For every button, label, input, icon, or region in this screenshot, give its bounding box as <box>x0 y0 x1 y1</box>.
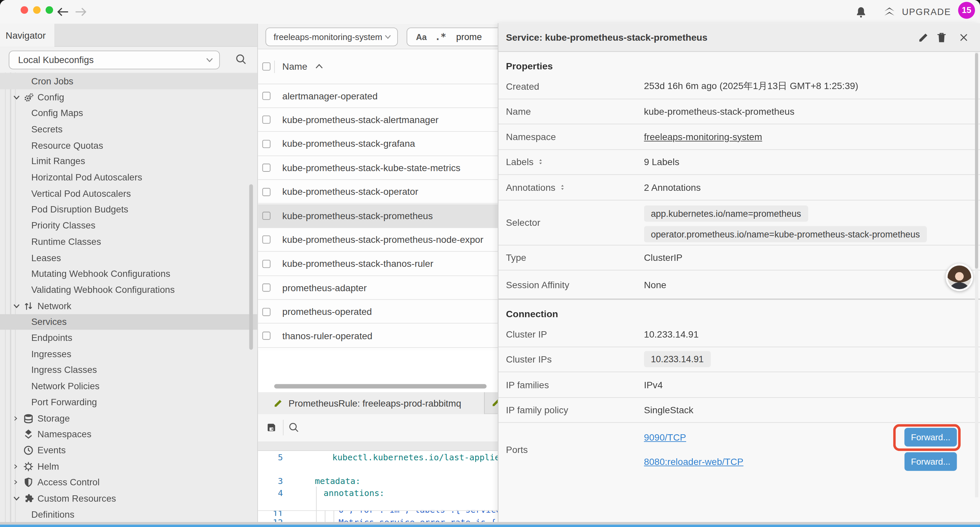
editor-tab-prometheusrule[interactable]: PrometheusRule: freeleaps-prod-rabbitmq <box>258 392 485 414</box>
row-checkbox[interactable] <box>262 236 270 244</box>
filter-input[interactable]: Aa .* prome <box>407 27 498 46</box>
sidebar-item-mutating-webhook-configurations[interactable]: Mutating Webhook Configurations <box>0 266 257 282</box>
sidebar-item-access-control[interactable]: Access Control <box>0 474 257 490</box>
sidebar-item-events[interactable]: Events <box>0 442 257 458</box>
sidebar-item-endpoints[interactable]: Endpoints <box>0 330 257 346</box>
row-checkbox[interactable] <box>262 331 270 339</box>
sidebar-item-services[interactable]: Services <box>0 314 257 330</box>
match-case-icon[interactable]: Aa <box>416 32 426 41</box>
detail-scrollbar[interactable] <box>975 53 978 269</box>
traffic-light-minimize-icon[interactable] <box>33 6 40 14</box>
row-checkbox[interactable] <box>262 307 270 315</box>
sidebar-item-priority-classes[interactable]: Priority Classes <box>0 218 257 234</box>
tab-navigator[interactable]: Navigator <box>0 24 54 47</box>
filter-query: prome <box>456 32 482 42</box>
notifications-count-badge[interactable]: 15 <box>958 2 975 19</box>
table-row-kube-prometheus-stack-prometheus[interactable]: kube-prometheus-stack-prometheus <box>258 204 498 228</box>
table-row-kube-prometheus-stack-prometheus-node-expor[interactable]: kube-prometheus-stack-prometheus-node-ex… <box>258 228 498 252</box>
sidebar-item-ingress-classes[interactable]: Ingress Classes <box>0 362 257 378</box>
avatar[interactable] <box>946 263 973 291</box>
row-checkbox[interactable] <box>262 140 270 148</box>
traffic-light-zoom-icon[interactable] <box>46 6 53 14</box>
sidebar-item-definitions[interactable]: Definitions <box>0 506 257 522</box>
sidebar-item-pod-disruption-budgets[interactable]: Pod Disruption Budgets <box>0 201 257 218</box>
regex-icon[interactable]: .* <box>435 31 446 43</box>
sidebar-item-limit-ranges[interactable]: Limit Ranges <box>0 153 257 169</box>
chevron-down-icon[interactable] <box>13 495 20 502</box>
table-row-prometheus-adapter[interactable]: prometheus-adapter <box>258 276 498 300</box>
save-icon[interactable] <box>266 422 277 433</box>
sort-icon[interactable] <box>538 159 544 165</box>
table-row-kube-prometheus-stack-alertmanager[interactable]: kube-prometheus-stack-alertmanager <box>258 108 498 132</box>
chevron-down-icon[interactable] <box>13 94 20 101</box>
sidebar-item-validating-webhook-configurations[interactable]: Validating Webhook Configurations <box>0 282 257 298</box>
gear-icon <box>23 92 34 102</box>
sidebar-item-network[interactable]: Network <box>0 298 257 314</box>
row-checkbox[interactable] <box>262 164 270 172</box>
forward-button[interactable]: Forward... <box>904 452 957 471</box>
traffic-light-close-icon[interactable] <box>21 6 28 14</box>
sort-ascending-icon[interactable] <box>315 64 323 69</box>
chevron-right-icon[interactable] <box>13 480 18 485</box>
sort-icon[interactable] <box>560 185 565 190</box>
notifications-button[interactable] <box>856 0 866 24</box>
table-row-thanos-ruler-operated[interactable]: thanos-ruler-operated <box>258 324 498 348</box>
port-link[interactable]: 8080:reloader-web/TCP <box>644 456 743 466</box>
sidebar-item-config-maps[interactable]: Config Maps <box>0 105 257 121</box>
sidebar-item-secrets[interactable]: Secrets <box>0 121 257 137</box>
table-row-alertmanager-operated[interactable]: alertmanager-operated <box>258 84 498 108</box>
select-all-checkbox[interactable] <box>262 62 270 70</box>
forward-button[interactable]: Forward... <box>904 428 957 447</box>
row-checkbox[interactable] <box>262 116 270 124</box>
namespace-link[interactable]: freeleaps-monitoring-system <box>644 131 762 142</box>
sidebar-item-network-policies[interactable]: Network Policies <box>0 378 257 394</box>
row-checkbox[interactable] <box>262 188 270 196</box>
row-checkbox[interactable] <box>262 92 270 100</box>
edit-pencil-icon[interactable] <box>918 32 929 42</box>
detail-row-namespace: Namespacefreeleaps-monitoring-system <box>498 124 980 150</box>
sidebar-item-label: Runtime Classes <box>31 236 101 247</box>
table-row-kube-prometheus-stack-kube-state-metrics[interactable]: kube-prometheus-stack-kube-state-metrics <box>258 156 498 180</box>
sidebar-item-ingresses[interactable]: Ingresses <box>0 346 257 362</box>
column-header-name[interactable]: Name <box>282 61 307 72</box>
sidebar-item-config[interactable]: Config <box>0 89 257 105</box>
table-row-kube-prometheus-stack-thanos-ruler[interactable]: kube-prometheus-stack-thanos-ruler <box>258 252 498 276</box>
search-icon[interactable] <box>235 54 247 65</box>
forward-button[interactable] <box>74 4 89 19</box>
chevron-down-icon[interactable] <box>13 303 20 309</box>
namespace-selector[interactable]: freeleaps-monitoring-system <box>266 27 398 46</box>
sidebar-item-runtime-classes[interactable]: Runtime Classes <box>0 234 257 250</box>
sidebar-item-helm[interactable]: Helm <box>0 458 257 474</box>
row-checkbox[interactable] <box>262 260 270 268</box>
horizontal-scrollbar[interactable] <box>274 384 487 388</box>
back-button[interactable] <box>55 4 70 19</box>
sidebar-scrollbar[interactable] <box>249 184 253 350</box>
sidebar-item-port-forwarding[interactable]: Port Forwarding <box>0 394 257 410</box>
network-icon <box>23 301 34 311</box>
upgrade-button[interactable]: UPGRADE <box>883 0 951 24</box>
row-checkbox[interactable] <box>262 212 270 220</box>
sidebar-item-vertical-pod-autoscalers[interactable]: Vertical Pod Autoscalers <box>0 185 257 201</box>
editor-search-icon[interactable] <box>288 422 299 433</box>
kubeconfig-selector[interactable]: Local Kubeconfigs <box>9 51 220 69</box>
chevron-right-icon[interactable] <box>13 416 18 420</box>
sidebar-item-leases[interactable]: Leases <box>0 250 257 266</box>
table-row-prometheus-operated[interactable]: prometheus-operated <box>258 300 498 324</box>
sidebar-item-storage[interactable]: Storage <box>0 410 257 426</box>
sidebar-item-cron-jobs[interactable]: Cron Jobs <box>0 73 257 89</box>
row-checkbox[interactable] <box>262 283 270 291</box>
editor-tab-2-pencil-icon[interactable] <box>492 399 498 407</box>
sidebar-item-resource-quotas[interactable]: Resource Quotas <box>0 137 257 153</box>
sidebar-item-namespaces[interactable]: Namespaces <box>0 426 257 442</box>
close-icon[interactable] <box>959 33 968 41</box>
chevron-right-icon[interactable] <box>13 464 18 469</box>
sidebar-item-label: Config Maps <box>31 108 83 118</box>
table-row-kube-prometheus-stack-grafana[interactable]: kube-prometheus-stack-grafana <box>258 132 498 156</box>
detail-value: kube-prometheus-stack-prometheus <box>644 106 795 117</box>
sidebar-item-horizontal-pod-autoscalers[interactable]: Horizontal Pod Autoscalers <box>0 169 257 185</box>
sidebar-item-custom-resources[interactable]: Custom Resources <box>0 490 257 506</box>
port-link[interactable]: 9090/TCP <box>644 432 686 443</box>
yaml-editor[interactable]: 3metadata:4annotations:5kubectl.kubernet… <box>258 451 498 522</box>
delete-trash-icon[interactable] <box>937 32 946 42</box>
table-row-kube-prometheus-stack-operator[interactable]: kube-prometheus-stack-operator <box>258 180 498 204</box>
